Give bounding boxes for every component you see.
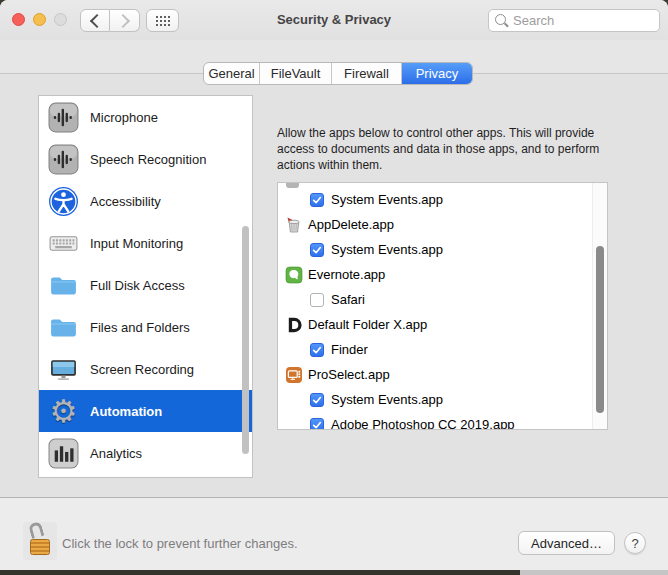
back-button[interactable] bbox=[80, 9, 110, 32]
traffic-lights bbox=[12, 13, 67, 26]
app-label: System Events.app bbox=[331, 242, 443, 257]
permission-row-safari[interactable]: Safari bbox=[278, 287, 593, 312]
sidebar-item-accessibility[interactable]: Accessibility bbox=[39, 180, 252, 222]
desktop-edge-light bbox=[520, 570, 668, 575]
show-all-button[interactable] bbox=[146, 9, 179, 32]
sidebar-item-microphone[interactable]: Microphone bbox=[39, 96, 252, 138]
close-icon[interactable] bbox=[12, 13, 25, 26]
sidebar-item-label: Full Disk Access bbox=[90, 278, 185, 293]
sidebar-item-label: Accessibility bbox=[90, 194, 161, 209]
tab-label: Firewall bbox=[344, 66, 389, 81]
tab-general[interactable]: General bbox=[204, 63, 260, 84]
checkbox[interactable] bbox=[310, 193, 324, 207]
app-label: Adobe Photoshop CC 2019.app bbox=[331, 417, 515, 430]
desktop-edge-dark bbox=[0, 570, 520, 575]
tab-label: FileVault bbox=[271, 66, 321, 81]
evernote-icon bbox=[285, 266, 303, 284]
display-icon bbox=[48, 354, 79, 385]
tab-filevault[interactable]: FileVault bbox=[260, 63, 332, 84]
app-row-evernote-app[interactable]: Evernote.app bbox=[278, 262, 593, 287]
tab-label: General bbox=[208, 66, 254, 81]
window-title: Security & Privacy bbox=[190, 12, 478, 27]
search-input[interactable] bbox=[488, 9, 660, 32]
permission-row-system-events-app[interactable]: System Events.app bbox=[278, 387, 593, 412]
chevron-left-icon bbox=[89, 13, 103, 27]
sidebar-item-label: Screen Recording bbox=[90, 362, 194, 377]
permission-row-system-events-app[interactable]: System Events.app bbox=[278, 237, 593, 262]
dfx-icon bbox=[285, 316, 303, 334]
nav-buttons bbox=[80, 9, 140, 32]
automation-description: Allow the apps below to control other ap… bbox=[277, 125, 615, 173]
sidebar-item-analytics[interactable]: Analytics bbox=[39, 432, 252, 474]
forward-button[interactable] bbox=[110, 9, 140, 32]
app-label: System Events.app bbox=[331, 392, 443, 407]
app-label: Default Folder X.app bbox=[308, 317, 427, 332]
permission-row-system-events-app[interactable]: System Events.app bbox=[278, 187, 593, 212]
sidebar-item-files-and-folders[interactable]: Files and Folders bbox=[39, 306, 252, 348]
search-icon bbox=[495, 14, 506, 25]
sidebar-item-automation[interactable]: ⚙Automation bbox=[39, 390, 252, 432]
privacy-category-list: MicrophoneSpeech RecognitionAccessibilit… bbox=[38, 95, 253, 478]
sidebar-item-label: Analytics bbox=[90, 446, 142, 461]
sidebar-item-label: Microphone bbox=[90, 110, 158, 125]
app-permission-list: System Events.appAppDelete.appSystem Eve… bbox=[277, 182, 608, 430]
waveform-icon bbox=[48, 144, 79, 175]
tab-label: Privacy bbox=[416, 66, 459, 81]
zoom-icon bbox=[54, 13, 67, 26]
folder-icon bbox=[48, 270, 79, 301]
proselect-icon bbox=[285, 366, 303, 384]
sidebar-scrollbar-thumb[interactable] bbox=[242, 226, 249, 454]
minimize-icon[interactable] bbox=[33, 13, 46, 26]
checkbox[interactable] bbox=[310, 393, 324, 407]
app-row-proselect-app[interactable]: ProSelect.app bbox=[278, 362, 593, 387]
permission-row-adobe-photoshop-cc-2019-app[interactable]: Adobe Photoshop CC 2019.app bbox=[278, 412, 593, 430]
sidebar-item-label: Speech Recognition bbox=[90, 152, 206, 167]
app-label: ProSelect.app bbox=[308, 367, 390, 382]
list-scrollbar-thumb[interactable] bbox=[596, 246, 604, 413]
sidebar-item-label: Input Monitoring bbox=[90, 236, 183, 251]
accessibility-icon bbox=[48, 186, 79, 217]
sidebar-item-label: Automation bbox=[90, 404, 162, 419]
chart-icon bbox=[48, 438, 79, 469]
help-button[interactable]: ? bbox=[624, 532, 646, 554]
keyboard-icon bbox=[48, 228, 79, 259]
titlebar: Security & Privacy bbox=[0, 0, 668, 40]
checkbox[interactable] bbox=[310, 343, 324, 357]
checkbox[interactable] bbox=[310, 243, 324, 257]
lock-body bbox=[30, 539, 50, 555]
app-label: Safari bbox=[331, 292, 365, 307]
app-row-default-folder-x-app[interactable]: Default Folder X.app bbox=[278, 312, 593, 337]
sidebar-item-screen-recording[interactable]: Screen Recording bbox=[39, 348, 252, 390]
lock-caption: Click the lock to prevent further change… bbox=[62, 536, 298, 551]
app-label: System Events.app bbox=[331, 192, 443, 207]
tab-privacy[interactable]: Privacy bbox=[402, 63, 472, 84]
checkbox[interactable] bbox=[310, 418, 324, 431]
sidebar-item-input-monitoring[interactable]: Input Monitoring bbox=[39, 222, 252, 264]
app-label: AppDelete.app bbox=[308, 217, 394, 232]
sidebar-item-speech-recognition[interactable]: Speech Recognition bbox=[39, 138, 252, 180]
folder-icon bbox=[48, 312, 79, 343]
tab-bar: GeneralFileVaultFirewallPrivacy bbox=[203, 62, 473, 85]
sidebar-item-full-disk-access[interactable]: Full Disk Access bbox=[39, 264, 252, 306]
tab-firewall[interactable]: Firewall bbox=[332, 63, 402, 84]
list-scrollbar-track[interactable] bbox=[592, 183, 607, 429]
app-row-appdelete-app[interactable]: AppDelete.app bbox=[278, 212, 593, 237]
app-label: Finder bbox=[331, 342, 368, 357]
search-field bbox=[488, 9, 660, 32]
security-privacy-window: Security & Privacy GeneralFileVaultFirew… bbox=[0, 0, 668, 575]
grid-icon bbox=[155, 15, 170, 26]
waveform-icon bbox=[48, 102, 79, 133]
chevron-right-icon bbox=[116, 13, 130, 27]
gear-icon: ⚙ bbox=[48, 396, 79, 427]
app-label: Evernote.app bbox=[308, 267, 385, 282]
lock-shackle bbox=[28, 521, 45, 539]
checkbox[interactable] bbox=[310, 293, 324, 307]
sidebar-item-label: Files and Folders bbox=[90, 320, 190, 335]
lock-icon[interactable] bbox=[23, 522, 57, 560]
advanced-button[interactable]: Advanced… bbox=[518, 531, 615, 555]
appdelete-icon bbox=[285, 216, 303, 234]
permission-row-finder[interactable]: Finder bbox=[278, 337, 593, 362]
